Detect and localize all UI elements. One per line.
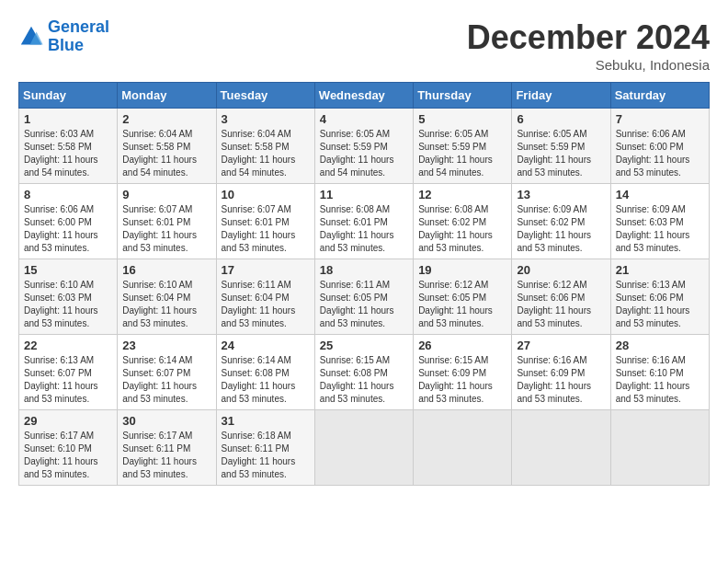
day-number: 3: [222, 112, 310, 126]
calendar-cell: [610, 410, 709, 486]
day-content: Sunrise: 6:04 AM Sunset: 5:58 PM Dayligh…: [122, 128, 210, 179]
day-number: 28: [616, 339, 704, 352]
logo: General Blue: [18, 18, 109, 55]
day-number: 22: [24, 339, 112, 352]
day-content: Sunrise: 6:17 AM Sunset: 6:11 PM Dayligh…: [122, 430, 210, 481]
calendar-cell: 31Sunrise: 6:18 AM Sunset: 6:11 PM Dayli…: [216, 410, 314, 486]
day-number: 8: [24, 188, 112, 201]
day-number: 16: [122, 263, 210, 277]
day-number: 6: [517, 112, 605, 126]
day-content: Sunrise: 6:05 AM Sunset: 5:59 PM Dayligh…: [517, 128, 605, 179]
calendar-cell: 24Sunrise: 6:14 AM Sunset: 6:08 PM Dayli…: [216, 335, 314, 410]
day-number: 12: [418, 188, 506, 201]
calendar-cell: [414, 410, 512, 486]
calendar-week-1: 1Sunrise: 6:03 AM Sunset: 5:58 PM Daylig…: [19, 109, 710, 184]
day-content: Sunrise: 6:15 AM Sunset: 6:09 PM Dayligh…: [418, 354, 506, 406]
calendar-cell: 23Sunrise: 6:14 AM Sunset: 6:07 PM Dayli…: [118, 335, 216, 410]
calendar-cell: 4Sunrise: 6:05 AM Sunset: 5:59 PM Daylig…: [314, 109, 413, 184]
calendar-cell: 22Sunrise: 6:13 AM Sunset: 6:07 PM Dayli…: [19, 335, 118, 410]
calendar-cell: 18Sunrise: 6:11 AM Sunset: 6:05 PM Dayli…: [314, 259, 413, 335]
day-number: 13: [517, 188, 605, 201]
calendar-cell: 12Sunrise: 6:08 AM Sunset: 6:02 PM Dayli…: [414, 184, 512, 259]
calendar-cell: 10Sunrise: 6:07 AM Sunset: 6:01 PM Dayli…: [216, 184, 314, 259]
day-number: 11: [320, 188, 408, 201]
day-number: 7: [616, 112, 704, 126]
day-content: Sunrise: 6:14 AM Sunset: 6:07 PM Dayligh…: [122, 354, 210, 406]
day-content: Sunrise: 6:13 AM Sunset: 6:07 PM Dayligh…: [24, 354, 112, 406]
month-title: December 2024: [467, 18, 710, 57]
header-thursday: Thursday: [414, 83, 512, 109]
day-content: Sunrise: 6:14 AM Sunset: 6:08 PM Dayligh…: [222, 354, 310, 406]
day-number: 29: [24, 414, 112, 428]
calendar-cell: 16Sunrise: 6:10 AM Sunset: 6:04 PM Dayli…: [118, 259, 216, 335]
calendar-cell: 13Sunrise: 6:09 AM Sunset: 6:02 PM Dayli…: [512, 184, 610, 259]
logo-icon: [18, 24, 44, 50]
calendar-cell: 19Sunrise: 6:12 AM Sunset: 6:05 PM Dayli…: [414, 259, 512, 335]
calendar-cell: 21Sunrise: 6:13 AM Sunset: 6:06 PM Dayli…: [610, 259, 709, 335]
calendar-cell: 30Sunrise: 6:17 AM Sunset: 6:11 PM Dayli…: [118, 410, 216, 486]
calendar-cell: 28Sunrise: 6:16 AM Sunset: 6:10 PM Dayli…: [610, 335, 709, 410]
calendar-cell: 6Sunrise: 6:05 AM Sunset: 5:59 PM Daylig…: [512, 109, 610, 184]
day-number: 17: [222, 263, 310, 277]
day-number: 25: [320, 339, 408, 352]
calendar-cell: 9Sunrise: 6:07 AM Sunset: 6:01 PM Daylig…: [118, 184, 216, 259]
day-content: Sunrise: 6:10 AM Sunset: 6:03 PM Dayligh…: [24, 279, 112, 330]
calendar-cell: 3Sunrise: 6:04 AM Sunset: 5:58 PM Daylig…: [216, 109, 314, 184]
day-content: Sunrise: 6:08 AM Sunset: 6:01 PM Dayligh…: [320, 203, 408, 255]
day-number: 31: [222, 414, 310, 428]
calendar-week-2: 8Sunrise: 6:06 AM Sunset: 6:00 PM Daylig…: [19, 184, 710, 259]
day-content: Sunrise: 6:03 AM Sunset: 5:58 PM Dayligh…: [24, 128, 112, 179]
day-content: Sunrise: 6:15 AM Sunset: 6:08 PM Dayligh…: [320, 354, 408, 406]
day-content: Sunrise: 6:12 AM Sunset: 6:05 PM Dayligh…: [418, 279, 506, 330]
title-block: December 2024 Sebuku, Indonesia: [467, 18, 710, 73]
calendar-cell: [512, 410, 610, 486]
day-number: 10: [222, 188, 310, 201]
day-content: Sunrise: 6:05 AM Sunset: 5:59 PM Dayligh…: [418, 128, 506, 179]
day-number: 4: [320, 112, 408, 126]
day-number: 18: [320, 263, 408, 277]
day-content: Sunrise: 6:18 AM Sunset: 6:11 PM Dayligh…: [222, 430, 310, 481]
calendar-table: SundayMondayTuesdayWednesdayThursdayFrid…: [18, 82, 710, 486]
calendar-cell: 11Sunrise: 6:08 AM Sunset: 6:01 PM Dayli…: [314, 184, 413, 259]
calendar-cell: [314, 410, 413, 486]
day-number: 2: [122, 112, 210, 126]
day-content: Sunrise: 6:11 AM Sunset: 6:04 PM Dayligh…: [222, 279, 310, 330]
calendar-cell: 20Sunrise: 6:12 AM Sunset: 6:06 PM Dayli…: [512, 259, 610, 335]
calendar-week-3: 15Sunrise: 6:10 AM Sunset: 6:03 PM Dayli…: [19, 259, 710, 335]
day-number: 23: [122, 339, 210, 352]
calendar-header-row: SundayMondayTuesdayWednesdayThursdayFrid…: [19, 83, 710, 109]
day-content: Sunrise: 6:06 AM Sunset: 6:00 PM Dayligh…: [24, 203, 112, 255]
day-number: 19: [418, 263, 506, 277]
day-content: Sunrise: 6:17 AM Sunset: 6:10 PM Dayligh…: [24, 430, 112, 481]
location-subtitle: Sebuku, Indonesia: [467, 57, 710, 73]
calendar-cell: 29Sunrise: 6:17 AM Sunset: 6:10 PM Dayli…: [19, 410, 118, 486]
calendar-week-5: 29Sunrise: 6:17 AM Sunset: 6:10 PM Dayli…: [19, 410, 710, 486]
day-content: Sunrise: 6:16 AM Sunset: 6:09 PM Dayligh…: [517, 354, 605, 406]
calendar-cell: 15Sunrise: 6:10 AM Sunset: 6:03 PM Dayli…: [19, 259, 118, 335]
calendar-week-4: 22Sunrise: 6:13 AM Sunset: 6:07 PM Dayli…: [19, 335, 710, 410]
day-content: Sunrise: 6:09 AM Sunset: 6:03 PM Dayligh…: [616, 203, 704, 255]
calendar-cell: 8Sunrise: 6:06 AM Sunset: 6:00 PM Daylig…: [19, 184, 118, 259]
day-content: Sunrise: 6:16 AM Sunset: 6:10 PM Dayligh…: [616, 354, 704, 406]
header-monday: Monday: [118, 83, 216, 109]
calendar-cell: 26Sunrise: 6:15 AM Sunset: 6:09 PM Dayli…: [414, 335, 512, 410]
day-number: 9: [122, 188, 210, 201]
calendar-cell: 14Sunrise: 6:09 AM Sunset: 6:03 PM Dayli…: [610, 184, 709, 259]
header-saturday: Saturday: [610, 83, 709, 109]
day-content: Sunrise: 6:04 AM Sunset: 5:58 PM Dayligh…: [222, 128, 310, 179]
header-wednesday: Wednesday: [314, 83, 413, 109]
calendar-cell: 25Sunrise: 6:15 AM Sunset: 6:08 PM Dayli…: [314, 335, 413, 410]
calendar-cell: 2Sunrise: 6:04 AM Sunset: 5:58 PM Daylig…: [118, 109, 216, 184]
day-number: 26: [418, 339, 506, 352]
logo-text: General Blue: [48, 18, 109, 55]
calendar-cell: 27Sunrise: 6:16 AM Sunset: 6:09 PM Dayli…: [512, 335, 610, 410]
day-number: 30: [122, 414, 210, 428]
day-content: Sunrise: 6:10 AM Sunset: 6:04 PM Dayligh…: [122, 279, 210, 330]
day-content: Sunrise: 6:05 AM Sunset: 5:59 PM Dayligh…: [320, 128, 408, 179]
header-friday: Friday: [512, 83, 610, 109]
day-content: Sunrise: 6:08 AM Sunset: 6:02 PM Dayligh…: [418, 203, 506, 255]
calendar-cell: 7Sunrise: 6:06 AM Sunset: 6:00 PM Daylig…: [610, 109, 709, 184]
day-number: 21: [616, 263, 704, 277]
page-header: General Blue December 2024 Sebuku, Indon…: [18, 18, 710, 73]
day-content: Sunrise: 6:07 AM Sunset: 6:01 PM Dayligh…: [122, 203, 210, 255]
